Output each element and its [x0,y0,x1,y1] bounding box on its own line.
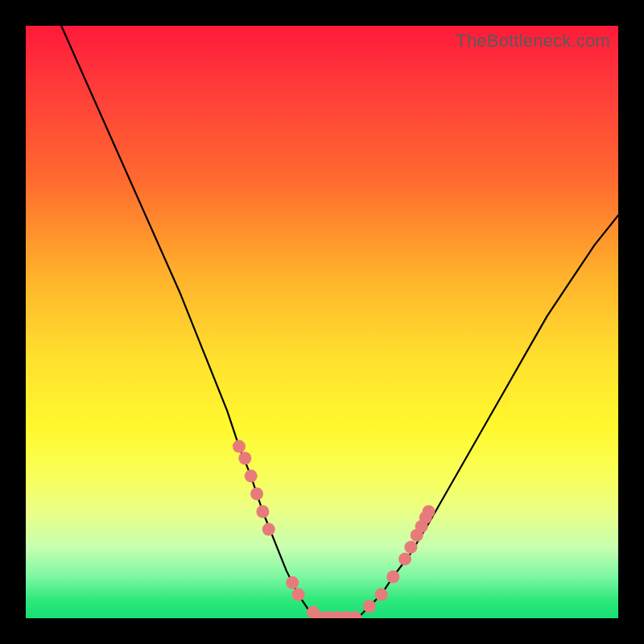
marker-dot [286,576,299,589]
marker-dot [245,469,258,482]
marker-group [233,440,436,618]
marker-dot [386,570,399,583]
marker-dot [256,506,269,518]
plot-area: TheBottleneck.com [26,26,618,618]
marker-dot [250,487,263,500]
v-curve [61,26,618,618]
chart-frame: TheBottleneck.com [0,0,644,644]
marker-dot [375,588,388,601]
marker-dot [363,600,376,613]
marker-dot [233,440,246,453]
marker-dot [404,541,417,554]
marker-dot [292,588,305,601]
curve-group [61,26,618,618]
marker-dot [398,552,411,565]
marker-dot [422,506,435,518]
chart-svg [26,26,618,618]
marker-dot [238,452,251,464]
marker-dot [262,523,275,536]
